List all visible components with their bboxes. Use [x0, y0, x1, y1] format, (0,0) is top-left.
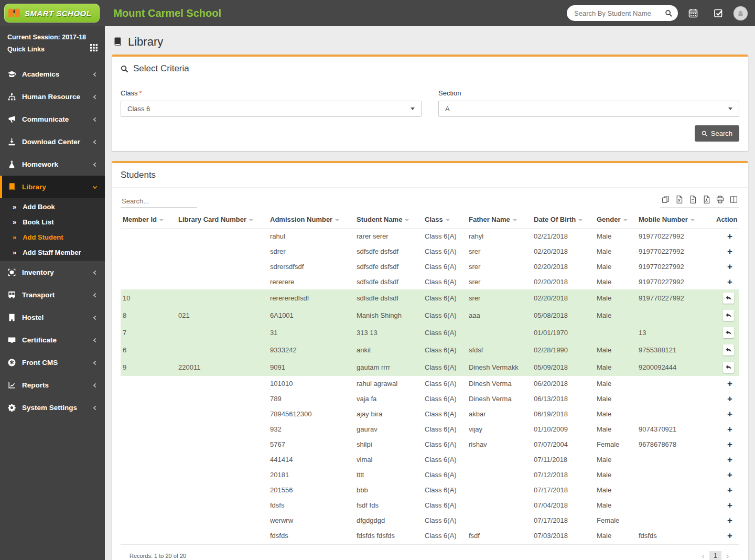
add-member-icon[interactable]: + — [726, 232, 734, 241]
print-icon[interactable] — [716, 195, 725, 204]
sidebar-item-human-resource[interactable]: Human Resource — [0, 85, 105, 108]
student-search-input[interactable] — [574, 9, 665, 17]
cell-member-id — [121, 406, 176, 422]
search-icon[interactable] — [665, 9, 673, 17]
next-page-button[interactable]: › — [725, 552, 730, 560]
add-member-icon[interactable]: + — [726, 410, 734, 418]
calendar-icon[interactable] — [683, 3, 703, 23]
student-search-box[interactable] — [567, 5, 678, 21]
sidebar-item-certificate[interactable]: Certificate — [0, 329, 105, 351]
cell-member-id — [121, 452, 176, 467]
cell-card-no — [176, 452, 268, 467]
add-member-icon[interactable]: + — [726, 455, 734, 464]
columns-icon[interactable] — [729, 195, 738, 204]
return-book-button[interactable] — [723, 362, 734, 373]
add-member-icon[interactable]: + — [726, 470, 734, 479]
sidebar-item-communicate[interactable]: Communicate — [0, 108, 105, 131]
chevron-left-icon — [92, 338, 98, 343]
table-search-input[interactable] — [121, 195, 197, 208]
column-header-father-name[interactable]: Father Name — [467, 211, 532, 229]
sidebar-item-transport[interactable]: Transport — [0, 284, 105, 306]
cell-class: Class 6(A) — [423, 324, 467, 341]
grid-icon[interactable] — [90, 44, 98, 56]
cell-mobile: 919770227992 — [637, 229, 714, 244]
add-member-icon[interactable]: + — [726, 440, 734, 449]
cell-gender: Male — [595, 259, 637, 274]
add-member-icon[interactable]: + — [726, 531, 734, 540]
add-member-icon[interactable]: + — [726, 486, 734, 494]
sidebar-subitem-label: Add Book — [23, 203, 55, 211]
cell-father-name: srer — [467, 259, 532, 274]
user-avatar[interactable] — [734, 6, 748, 20]
sidebar-subitem-book-list[interactable]: »Book List — [0, 214, 105, 230]
sidebar-item-homework[interactable]: Homework — [0, 153, 105, 176]
add-member-icon[interactable]: + — [726, 394, 734, 403]
search-button[interactable]: Search — [695, 125, 739, 142]
cell-admission-no: rererere — [268, 274, 354, 289]
cell-father-name: srer — [467, 289, 532, 307]
app-logo[interactable]: SMART SCHOOL — [4, 4, 100, 23]
page-number-button[interactable]: 1 — [709, 551, 721, 560]
add-member-icon[interactable]: + — [726, 501, 734, 510]
sidebar-item-inventory[interactable]: Inventory — [0, 261, 105, 284]
sidebar-item-hostel[interactable]: Hostel — [0, 306, 105, 329]
records-info: Records: 1 to 20 of 20 — [130, 553, 186, 559]
class-label: Class* — [121, 89, 422, 97]
column-header-admission-number[interactable]: Admission Number — [268, 211, 354, 229]
students-title: Students — [121, 170, 156, 180]
add-member-icon[interactable]: + — [726, 516, 734, 525]
add-member-icon[interactable]: + — [726, 425, 734, 434]
sidebar-item-download-center[interactable]: Download Center — [0, 131, 105, 153]
cell-admission-no: 101010 — [268, 376, 354, 391]
cell-member-id: 10 — [121, 289, 176, 307]
cell-mobile — [637, 307, 714, 324]
pagination: ‹ 1 › — [700, 551, 730, 560]
prev-page-button[interactable]: ‹ — [700, 552, 706, 560]
add-member-icon[interactable]: + — [726, 379, 734, 388]
excel-icon[interactable] — [675, 195, 684, 204]
sidebar-subitem-add-staff-member[interactable]: »Add Staff Member — [0, 245, 105, 260]
sidebar-item-academics[interactable]: Academics — [0, 63, 105, 85]
add-member-icon[interactable]: + — [726, 262, 734, 271]
students-panel: Students Member IdLibrary Card NumberAdm… — [112, 161, 748, 560]
tasks-icon[interactable] — [708, 3, 728, 23]
copy-icon[interactable] — [661, 195, 670, 204]
column-header-mobile-number[interactable]: Mobile Number — [637, 211, 714, 229]
class-select[interactable]: Class 6 — [121, 101, 422, 117]
column-header-class[interactable]: Class — [423, 211, 467, 229]
add-member-icon[interactable]: + — [726, 247, 734, 256]
add-member-icon[interactable]: + — [726, 277, 734, 286]
column-header-date-of-birth[interactable]: Date Of Birth — [532, 211, 595, 229]
return-book-button[interactable] — [723, 293, 734, 304]
quick-links-label[interactable]: Quick Links — [7, 44, 45, 56]
pdf-icon[interactable] — [702, 195, 711, 204]
cell-dob: 07/07/2004 — [532, 437, 595, 452]
section-select[interactable]: A — [438, 101, 739, 117]
student-row: 101010rahul agrawalClass 6(A)Dinesh Verm… — [121, 376, 739, 391]
cell-father-name: Dinesh Vermakk — [467, 359, 532, 376]
cell-student-name: sdfsdfe dsfsdf — [354, 274, 423, 289]
cell-action: + — [714, 376, 739, 391]
cell-gender: Male — [595, 229, 637, 244]
cell-dob: 02/20/2018 — [532, 244, 595, 259]
cell-action: + — [714, 229, 739, 244]
csv-icon[interactable] — [688, 195, 697, 204]
sidebar-item-front-cms[interactable]: Front CMS — [0, 351, 105, 374]
sort-caret-icon — [578, 219, 583, 221]
column-header-member-id[interactable]: Member Id — [121, 211, 176, 229]
sidebar-item-library[interactable]: Library — [0, 176, 105, 198]
sidebar-item-system-settings[interactable]: System Settings — [0, 396, 105, 419]
return-book-button[interactable] — [723, 327, 734, 338]
sidebar-subitem-add-book[interactable]: »Add Book — [0, 199, 105, 214]
sidebar-subitem-add-student[interactable]: »Add Student — [0, 230, 105, 245]
cell-card-no — [176, 289, 268, 307]
sidebar-item-reports[interactable]: Reports — [0, 374, 105, 396]
return-book-button[interactable] — [723, 344, 734, 356]
column-header-library-card-number[interactable]: Library Card Number — [176, 211, 268, 229]
cell-student-name: shilpi — [354, 437, 423, 452]
cell-member-id — [121, 513, 176, 528]
column-header-student-name[interactable]: Student Name — [354, 211, 423, 229]
column-header-gender[interactable]: Gender — [595, 211, 637, 229]
return-book-button[interactable] — [723, 310, 734, 321]
cell-member-id: 6 — [121, 341, 176, 359]
